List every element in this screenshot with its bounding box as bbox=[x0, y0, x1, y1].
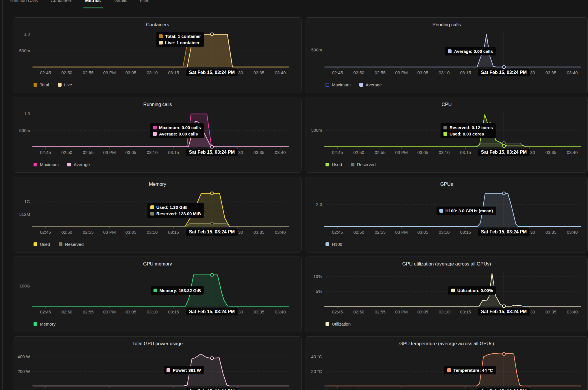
chart-card-running-calls: Running calls1.0500m02:4502:5002:5503 PM… bbox=[14, 97, 302, 173]
chart-plot[interactable]: 400 W200 W02:4502:5002:5503 PM03:0503:10… bbox=[33, 350, 289, 388]
legend-label: Live bbox=[64, 82, 72, 87]
x-axis-label: 03:10 bbox=[147, 230, 158, 235]
chart-plot[interactable]: 40 °C20 °C02:4502:5002:5503 PM03:0503:10… bbox=[325, 350, 581, 388]
chart-card-gpu-utilization-average-across-all-gpus: GPU utilization (average across all GPUs… bbox=[306, 257, 588, 332]
legend-chip bbox=[326, 242, 329, 246]
legend-item-total[interactable]: Total bbox=[34, 82, 49, 87]
legend-chip bbox=[326, 163, 329, 166]
chart-plot[interactable]: 100G02:4502:5002:5503 PM03:0503:1003:150… bbox=[33, 270, 289, 309]
legend-chip bbox=[351, 163, 354, 166]
legend-item-average[interactable]: Average bbox=[67, 162, 90, 167]
tooltip-row: Average: 0.00 calls bbox=[448, 49, 493, 54]
hover-marker bbox=[502, 66, 505, 68]
y-axis-label: 100G bbox=[19, 283, 30, 288]
tooltip-row: Average: 0.00 calls bbox=[153, 131, 201, 136]
chart-legend: Utilization bbox=[326, 322, 351, 326]
legend-item-memory[interactable]: Memory bbox=[34, 322, 56, 326]
y-axis-label: 500m bbox=[311, 128, 322, 133]
tooltip-text: Total: 1 container bbox=[165, 34, 201, 39]
x-axis-label: 03:05 bbox=[125, 230, 136, 235]
x-axis-label: 02:50 bbox=[353, 70, 364, 75]
legend-item-used[interactable]: Used bbox=[34, 242, 50, 247]
legend-item-reserved[interactable]: Reserved bbox=[59, 242, 84, 247]
x-axis-label: 02:45 bbox=[40, 150, 51, 155]
tab-bar: Function CallsContainersMetricsDetailsFi… bbox=[3, 0, 588, 12]
legend-chip bbox=[326, 83, 329, 87]
x-axis-label: 02:50 bbox=[61, 150, 72, 155]
tab-label: Metrics bbox=[85, 0, 101, 3]
time-tooltip: Sat Feb 15, 03:24 PM bbox=[186, 388, 238, 390]
legend-item-average[interactable]: Average bbox=[359, 82, 382, 87]
legend-item-reserved[interactable]: Reserved bbox=[351, 162, 376, 167]
chart-plot[interactable]: 2.002:4502:5002:5503 PM03:0503:1003:1503… bbox=[325, 190, 581, 229]
tooltip-color-chip bbox=[153, 126, 157, 129]
tooltip-color-chip bbox=[443, 132, 447, 136]
legend-chip bbox=[359, 83, 363, 87]
legend-item-maximum[interactable]: Maximum bbox=[326, 82, 351, 87]
x-axis-label: 02:50 bbox=[353, 230, 364, 235]
time-tooltip: Sat Feb 15, 03:24 PM bbox=[186, 149, 238, 156]
x-axis-label: 03 PM bbox=[395, 150, 408, 155]
x-axis-label: 03:05 bbox=[125, 309, 136, 314]
x-axis-label: 03:40 bbox=[567, 70, 578, 75]
chart-card-gpus: GPUs2.002:4502:5002:5503 PM03:0503:1003:… bbox=[306, 177, 588, 252]
x-axis-label: 03:40 bbox=[567, 230, 578, 235]
chart-plot[interactable]: 10%5%02:4502:5002:5503 PM03:0503:1003:15… bbox=[325, 270, 581, 309]
chart-plot[interactable]: 1.0500m02:4502:5002:5503 PM03:0503:1003:… bbox=[33, 111, 289, 149]
legend-chip bbox=[67, 163, 71, 166]
legend-item-h100[interactable]: H100 bbox=[326, 242, 342, 247]
x-axis-label: 03:35 bbox=[546, 150, 556, 155]
hover-marker bbox=[502, 145, 505, 148]
chart-plot[interactable]: 1.0500m02:4502:5002:5503 PM03:0503:1003:… bbox=[33, 31, 289, 69]
y-axis-label: 500m bbox=[19, 128, 30, 133]
x-axis-label: 02:45 bbox=[40, 230, 51, 235]
x-axis-label: 03:05 bbox=[125, 70, 136, 75]
chart-legend: MaximumAverage bbox=[34, 162, 90, 167]
legend-item-live[interactable]: Live bbox=[58, 82, 72, 87]
chart-title: GPU temperature (average across all GPUs… bbox=[306, 341, 587, 346]
tooltip-text: H100: 3.0 GPUs (mean) bbox=[445, 208, 493, 213]
chart-plot[interactable]: 500m02:4502:5002:5503 PM03:0503:1003:150… bbox=[325, 111, 581, 149]
chart-plot[interactable]: 500m02:4502:5002:5503 PM03:0503:1003:150… bbox=[325, 31, 581, 69]
x-axis-label: 03:15 bbox=[168, 309, 179, 314]
tab-metrics[interactable]: Metrics bbox=[85, 0, 101, 12]
time-tooltip: Sat Feb 15, 03:24 PM bbox=[186, 69, 238, 76]
x-axis-label: 03:40 bbox=[275, 309, 286, 314]
x-axis-label: 02:50 bbox=[353, 309, 364, 314]
legend-chip bbox=[34, 242, 37, 246]
tooltip-row: Total: 1 container bbox=[159, 34, 201, 39]
tab-details[interactable]: Details bbox=[113, 0, 127, 12]
page-left-border bbox=[2, 0, 3, 390]
tooltip-row: Temperature: 44 °C bbox=[447, 368, 493, 373]
chart-title: GPU memory bbox=[14, 261, 301, 267]
x-axis-label: 03:15 bbox=[460, 150, 471, 155]
legend-label: Utilization bbox=[332, 322, 351, 326]
legend-chip bbox=[34, 163, 37, 166]
legend-item-used[interactable]: Used bbox=[326, 162, 342, 167]
value-tooltip: Average: 0.00 calls bbox=[445, 47, 496, 55]
x-axis-label: 03 PM bbox=[103, 309, 116, 314]
x-axis-label: 03:35 bbox=[254, 70, 265, 75]
tooltip-color-chip bbox=[443, 126, 447, 129]
hover-marker bbox=[502, 352, 505, 355]
x-axis-label: 02:50 bbox=[61, 70, 72, 75]
tab-containers[interactable]: Containers bbox=[51, 0, 72, 12]
tooltip-text: Utilization: 0.00% bbox=[457, 288, 493, 293]
x-axis-label: 03:10 bbox=[439, 230, 450, 235]
chart-title: Total GPU power usage bbox=[14, 341, 301, 346]
value-tooltip: Utilization: 0.00% bbox=[448, 286, 496, 295]
legend-item-utilization[interactable]: Utilization bbox=[326, 322, 351, 326]
value-tooltip: Total: 1 containerLive: 1 container bbox=[156, 32, 204, 47]
x-axis-label: 02:45 bbox=[40, 70, 51, 75]
tab-files[interactable]: Files bbox=[140, 0, 149, 12]
legend-item-maximum[interactable]: Maximum bbox=[34, 162, 59, 167]
legend-label: Reserved bbox=[65, 242, 84, 247]
tooltip-color-chip bbox=[150, 212, 154, 216]
time-tooltip: Sat Feb 15, 03:24 PM bbox=[186, 308, 238, 315]
tab-function-calls[interactable]: Function Calls bbox=[10, 0, 38, 12]
value-tooltip: H100: 3.0 GPUs (mean) bbox=[437, 207, 496, 215]
hover-marker bbox=[210, 33, 213, 36]
chart-plot[interactable]: 1G512M02:4502:5002:5503 PM03:0503:1003:1… bbox=[33, 190, 289, 229]
chart-legend: Memory bbox=[34, 322, 56, 326]
x-axis-label: 02:55 bbox=[375, 70, 386, 75]
